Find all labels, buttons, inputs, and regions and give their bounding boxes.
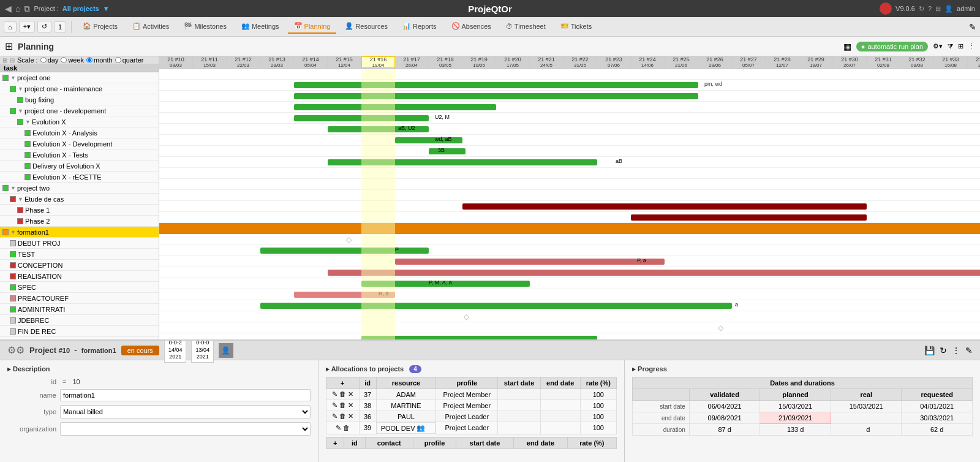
remove-icon[interactable]: ✕ — [348, 390, 353, 398]
th-empty — [633, 389, 690, 401]
gantt-row — [159, 102, 980, 113]
edit-icon[interactable]: ✎ — [332, 390, 337, 398]
scale-day-radio[interactable] — [40, 57, 47, 63]
tab-milestones[interactable]: 🏁 Milestones — [178, 20, 233, 34]
week-col: 21 #2628/06 — [698, 56, 732, 68]
alloc-row: ✎ 🗑 39 POOL DEV 👥 Project Leader 100 — [326, 422, 617, 434]
task-row[interactable]: DEBUT PROJ — [0, 238, 159, 249]
trash-icon[interactable]: 🗑 — [339, 412, 346, 420]
tab-projects[interactable]: 🏠 Projects — [77, 20, 124, 34]
task-row[interactable]: ▼ project one - developement — [0, 105, 159, 116]
task-row[interactable]: Evolution X - Tests — [0, 150, 159, 161]
tab-reports[interactable]: 📊 Reports — [396, 20, 443, 34]
task-row[interactable]: ▼ project one - maintenance — [0, 83, 159, 94]
task-row-formation1[interactable]: ▼ formation1 — [0, 227, 159, 238]
task-row[interactable]: TEST — [0, 249, 159, 260]
refresh-icon[interactable]: ↻ — [940, 346, 947, 355]
tab-meetings[interactable]: 👥 Meetings — [235, 20, 285, 34]
remove-icon[interactable]: ✕ — [348, 412, 353, 420]
task-row[interactable]: Evolutoin X - Analysis — [0, 127, 159, 138]
task-row[interactable]: ▼ project one — [0, 72, 159, 83]
gantt-row: ◇ — [159, 311, 980, 322]
main-area: ⊞ Planning ▦ ● automatic run plan ⚙▾ ⧩ ⊞… — [0, 37, 980, 462]
progress-end-row: end date 09/08/2021 21/09/2021 30/03/202… — [633, 412, 973, 424]
task-row[interactable]: Delivery of Evolution X — [0, 161, 159, 172]
task-row[interactable]: ▼ Etude de cas — [0, 194, 159, 205]
task-row[interactable]: Evolution X - Development — [0, 138, 159, 150]
alloc-th-resource: resource — [376, 377, 436, 389]
admin-icon[interactable]: 👤 — [944, 5, 953, 13]
task-row[interactable]: FIN DE REC — [0, 326, 159, 337]
edit-bottom-icon[interactable]: ✎ — [965, 346, 973, 355]
type-select[interactable]: Manual billed — [60, 405, 311, 418]
add-contact-icon[interactable]: + — [333, 439, 337, 447]
project-dropdown-icon[interactable]: ▼ — [103, 5, 110, 12]
trash-icon[interactable]: 🗑 — [343, 424, 350, 431]
nav-restore-icon[interactable]: ⧉ — [24, 4, 30, 14]
more-icon[interactable]: ⋮ — [968, 42, 975, 50]
task-color — [2, 185, 9, 191]
task-row[interactable]: JDEBREC — [0, 315, 159, 326]
task-row[interactable]: bug fixing — [0, 94, 159, 105]
contacts-th-rate: rate (%) — [567, 437, 616, 449]
help-icon[interactable]: ? — [928, 5, 932, 12]
edit-icon[interactable]: ✎ — [332, 412, 337, 420]
field-type: type Manual billed — [7, 405, 311, 418]
add-alloc-icon[interactable]: + — [341, 379, 344, 387]
gantt-bar — [260, 248, 429, 254]
tab-resources[interactable]: 👤 Resources — [339, 20, 394, 34]
project-name[interactable]: All projects — [62, 5, 99, 12]
task-row[interactable]: Phase 1 — [0, 205, 159, 216]
auto-run-toggle[interactable]: ● automatic run plan — [856, 42, 928, 51]
calc-icon[interactable]: ▦ — [843, 42, 851, 51]
week-col: 21 #2705/07 — [732, 56, 766, 68]
planning-content: ⊞ ⊟ Scale : day week month quarter task — [0, 56, 980, 339]
tab-planning[interactable]: 📅 Planning — [288, 20, 337, 34]
help-refresh-icon[interactable]: ↻ — [919, 5, 924, 13]
scale-quarter-radio[interactable] — [115, 57, 121, 63]
task-row[interactable]: Phase 2 — [0, 216, 159, 227]
home-button[interactable]: ⌂ — [4, 21, 17, 32]
trash-icon[interactable]: 🗑 — [339, 390, 346, 398]
task-row[interactable]: PREACTOUREF — [0, 293, 159, 304]
more-options-icon[interactable]: ⋮ — [952, 346, 960, 355]
gantt-area[interactable]: 21 #1008/03 21 #1115/03 21 #1222/03 21 #… — [159, 56, 980, 339]
task-row[interactable]: ▼ Evolution X — [0, 116, 159, 127]
tab-timesheet[interactable]: ⏱ Timesheet — [500, 20, 552, 34]
tab-activities[interactable]: 📋 Activities — [126, 20, 175, 34]
nav-home-icon[interactable]: ⌂ — [15, 4, 20, 13]
task-row[interactable]: SPEC — [0, 282, 159, 293]
nav-back-arrow[interactable]: ◀ — [5, 4, 12, 13]
status-badge: en cours — [121, 346, 159, 355]
edit-icon[interactable]: ✎ — [969, 22, 976, 32]
filter-icon[interactable]: ⧩ — [948, 42, 953, 50]
edit-icon[interactable]: ✎ — [332, 401, 337, 409]
task-row[interactable]: ▼ project two — [0, 183, 159, 194]
task-row[interactable]: CONCEPTION — [0, 260, 159, 271]
page-num: 1 — [54, 21, 66, 32]
th-validated: validated — [689, 389, 760, 401]
week-col: 21 #2017/05 — [496, 56, 530, 68]
task-row[interactable]: Evolution X - rECETTE — [0, 172, 159, 183]
save-icon[interactable]: 💾 — [924, 346, 935, 355]
edit-icon[interactable]: ✎ — [336, 424, 341, 431]
week-col: 21 #3316/08 — [934, 56, 968, 68]
name-input[interactable] — [60, 389, 311, 401]
screen-icon[interactable]: ⊞ — [935, 5, 941, 13]
alloc-id: 36 — [359, 411, 376, 422]
task-row[interactable]: ADMINITRRATI — [0, 304, 159, 315]
remove-icon[interactable]: ✕ — [348, 401, 353, 409]
scale-week-radio[interactable] — [61, 57, 67, 63]
week-col: 21 #1008/03 — [159, 56, 193, 68]
org-select[interactable] — [60, 422, 311, 436]
tab-tickets[interactable]: 🎫 Tickets — [554, 20, 598, 34]
trash-icon[interactable]: 🗑 — [339, 401, 346, 409]
columns-icon[interactable]: ⊞ — [958, 42, 963, 50]
tab-absences[interactable]: 🚫 Absences — [445, 20, 497, 34]
alloc-end — [540, 422, 580, 434]
undo-button[interactable]: ↺ — [37, 21, 51, 32]
add-button[interactable]: +▾ — [19, 21, 35, 32]
settings-icon[interactable]: ⚙▾ — [933, 42, 943, 50]
task-row[interactable]: REALISATION — [0, 271, 159, 282]
scale-month-radio[interactable] — [86, 57, 92, 63]
